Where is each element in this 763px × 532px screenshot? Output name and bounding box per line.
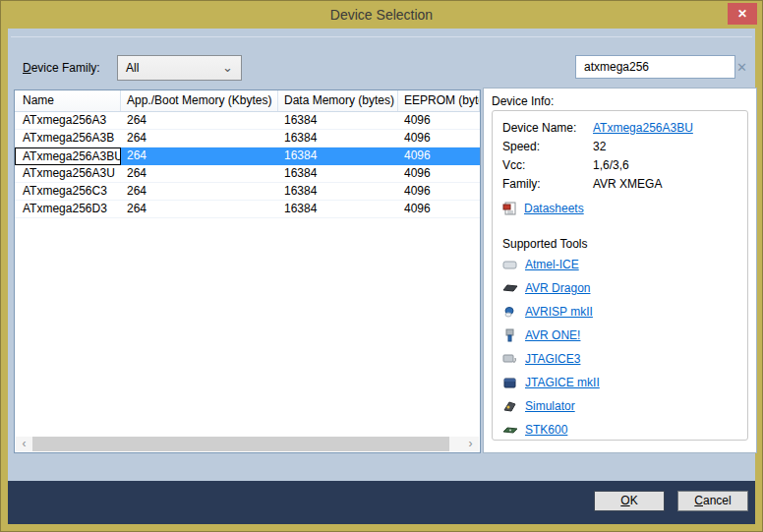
- column-header-eeprom[interactable]: EEPROM (bytes): [398, 90, 480, 111]
- cell-name: ATxmega256A3B: [15, 130, 121, 147]
- cancel-button[interactable]: Cancel: [677, 491, 748, 511]
- chevron-down-icon: ⌄: [222, 63, 233, 73]
- close-button[interactable]: ✕: [728, 3, 757, 25]
- device-info-groupbox: Device Name: ATxmega256A3BU Speed: 32 Vc…: [492, 110, 748, 441]
- cell-app-memory: 264: [121, 165, 278, 182]
- device-name-link[interactable]: ATxmega256A3BU: [593, 119, 693, 138]
- cell-data-memory: 16384: [278, 165, 398, 182]
- cell-app-memory: 264: [121, 130, 278, 147]
- tool-link[interactable]: JTAGICE3: [525, 352, 580, 366]
- horizontal-scrollbar[interactable]: ‹ ›: [16, 437, 479, 451]
- datasheets-row: Datasheets: [502, 202, 739, 215]
- device-selection-dialog: Device Selection ✕ Device Family: All ⌄ …: [0, 0, 763, 532]
- scrollbar-thumb[interactable]: [32, 437, 449, 451]
- tool-item: AVR ONE!: [502, 324, 739, 347]
- device-family-selected-value: All: [126, 61, 222, 75]
- cell-name: ATxmega256D3: [15, 201, 121, 217]
- cell-data-memory: 16384: [278, 130, 398, 147]
- device-search-box: ✕: [575, 55, 735, 79]
- tool-item: AVR Dragon: [502, 276, 739, 300]
- cell-name: ATxmega256A3U: [15, 165, 121, 182]
- tool-link[interactable]: STK600: [525, 423, 567, 437]
- search-input[interactable]: [576, 57, 736, 77]
- cell-data-memory: 16384: [278, 201, 398, 217]
- table-header-row: Name App./Boot Memory (Kbytes) Data Memo…: [15, 90, 480, 112]
- cell-eeprom: 4096: [398, 183, 480, 200]
- supported-tools-title: Supported Tools: [502, 237, 739, 251]
- cell-eeprom: 4096: [398, 201, 480, 217]
- jtagice3-icon: [502, 352, 518, 366]
- cell-eeprom: 4096: [398, 148, 480, 165]
- dialog-content: Device Family: All ⌄ ✕ Name App./Boot Me…: [8, 29, 755, 483]
- tool-link[interactable]: JTAGICE mkII: [525, 376, 600, 389]
- device-name-row: Device Name: ATxmega256A3BU: [502, 119, 739, 138]
- cell-data-memory: 16384: [278, 112, 398, 129]
- table-row[interactable]: ATxmega256A3U 264 16384 4096: [15, 165, 480, 183]
- ok-button[interactable]: OK: [594, 491, 665, 511]
- table-row[interactable]: ATxmega256A3 264 16384 4096: [15, 112, 480, 130]
- column-header-name[interactable]: Name: [15, 90, 121, 111]
- simulator-icon: [502, 399, 518, 413]
- titlebar[interactable]: Device Selection ✕: [1, 1, 762, 29]
- tool-link[interactable]: AVR ONE!: [525, 328, 580, 342]
- tool-item: Atmel-ICE: [502, 253, 739, 276]
- cell-app-memory: 264: [121, 112, 278, 129]
- scroll-left-icon[interactable]: ‹: [16, 437, 32, 451]
- pdf-document-icon: [502, 202, 518, 215]
- vcc-label: Vcc:: [502, 156, 593, 175]
- device-info-panel: Device Info: Device Name: ATxmega256A3BU…: [483, 88, 757, 453]
- tool-item: STK600: [502, 418, 739, 441]
- cell-name: ATxmega256C3: [15, 183, 121, 200]
- family-value: AVR XMEGA: [593, 175, 662, 194]
- jtagice-mkii-icon: [502, 376, 518, 389]
- tool-link[interactable]: AVR Dragon: [525, 281, 590, 295]
- cell-app-memory: 264: [121, 148, 278, 165]
- device-name-label: Device Name:: [502, 119, 593, 138]
- column-header-data-memory[interactable]: Data Memory (bytes): [278, 90, 398, 111]
- avr-one-icon: [502, 328, 518, 342]
- tool-link[interactable]: Simulator: [525, 399, 575, 413]
- cell-app-memory: 264: [121, 183, 278, 200]
- table-row-selected[interactable]: ATxmega256A3BU 264 16384 4096: [15, 148, 480, 165]
- avrisp-mkii-icon: [502, 305, 518, 319]
- stk600-icon: [502, 423, 518, 437]
- column-header-app-memory[interactable]: App./Boot Memory (Kbytes): [121, 90, 278, 111]
- speed-label: Speed:: [502, 138, 593, 156]
- cell-app-memory: 264: [121, 201, 278, 217]
- speed-value: 32: [593, 138, 606, 156]
- table-row[interactable]: ATxmega256D3 264 16384 4096: [15, 201, 480, 218]
- panel-top-highlight: [11, 36, 752, 37]
- clear-search-icon[interactable]: ✕: [736, 60, 747, 75]
- tool-link[interactable]: AVRISP mkII: [525, 305, 593, 319]
- tool-item: JTAGICE mkII: [502, 371, 739, 394]
- footer-bar: OK Cancel: [8, 481, 755, 524]
- atmel-ice-icon: [502, 258, 518, 271]
- vcc-value: 1,6/3,6: [593, 156, 629, 175]
- cell-eeprom: 4096: [398, 112, 480, 129]
- supported-tools-list: Atmel-ICE AVR Dragon AVRISP mkII AVR ONE…: [502, 253, 739, 441]
- speed-row: Speed: 32: [502, 138, 739, 156]
- family-label: Family:: [502, 175, 593, 194]
- vcc-row: Vcc: 1,6/3,6: [502, 156, 739, 175]
- close-icon: ✕: [737, 7, 747, 21]
- tool-link[interactable]: Atmel-ICE: [525, 258, 579, 271]
- avr-dragon-icon: [502, 281, 518, 295]
- cell-data-memory: 16384: [278, 148, 398, 165]
- cell-eeprom: 4096: [398, 130, 480, 147]
- cell-data-memory: 16384: [278, 183, 398, 200]
- datasheets-link[interactable]: Datasheets: [524, 202, 584, 215]
- tool-item: JTAGICE3: [502, 347, 739, 371]
- cell-name-focused[interactable]: ATxmega256A3BU: [15, 148, 121, 165]
- cell-eeprom: 4096: [398, 165, 480, 182]
- device-family-dropdown[interactable]: All ⌄: [117, 55, 242, 81]
- family-row: Family: AVR XMEGA: [502, 175, 739, 194]
- scrollbar-track[interactable]: [32, 437, 462, 451]
- table-row[interactable]: ATxmega256A3B 264 16384 4096: [15, 130, 480, 148]
- dialog-title: Device Selection: [1, 1, 762, 29]
- scroll-right-icon[interactable]: ›: [462, 437, 479, 451]
- device-table: Name App./Boot Memory (Kbytes) Data Memo…: [14, 89, 481, 453]
- cell-name: ATxmega256A3: [15, 112, 121, 129]
- tool-item: AVRISP mkII: [502, 300, 739, 324]
- device-family-label: Device Family:: [23, 60, 100, 76]
- table-row[interactable]: ATxmega256C3 264 16384 4096: [15, 183, 480, 201]
